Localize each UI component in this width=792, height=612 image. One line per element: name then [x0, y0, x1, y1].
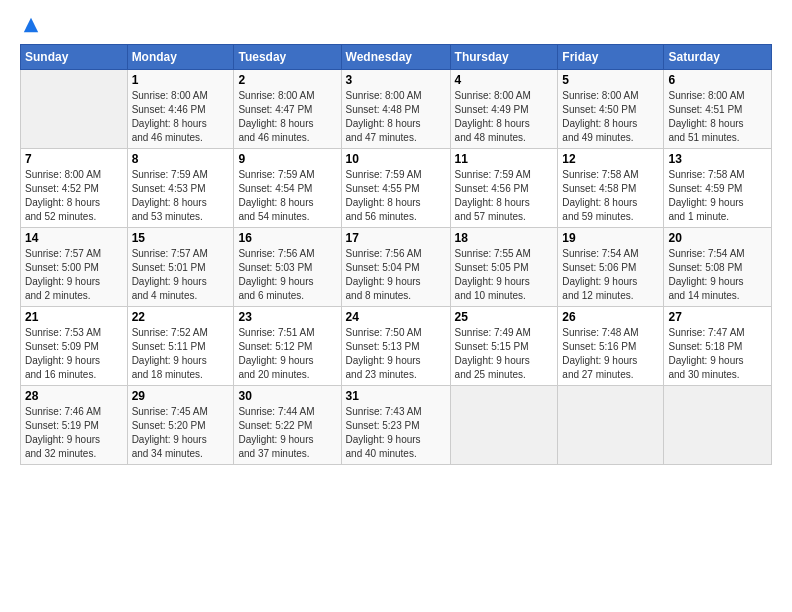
- calendar-cell: 22Sunrise: 7:52 AMSunset: 5:11 PMDayligh…: [127, 307, 234, 386]
- day-number: 13: [668, 152, 767, 166]
- day-number: 5: [562, 73, 659, 87]
- calendar-cell: 26Sunrise: 7:48 AMSunset: 5:16 PMDayligh…: [558, 307, 664, 386]
- day-number: 11: [455, 152, 554, 166]
- calendar-cell: 15Sunrise: 7:57 AMSunset: 5:01 PMDayligh…: [127, 228, 234, 307]
- day-number: 12: [562, 152, 659, 166]
- week-row-4: 21Sunrise: 7:53 AMSunset: 5:09 PMDayligh…: [21, 307, 772, 386]
- calendar-cell: 20Sunrise: 7:54 AMSunset: 5:08 PMDayligh…: [664, 228, 772, 307]
- day-number: 29: [132, 389, 230, 403]
- calendar-cell: 13Sunrise: 7:58 AMSunset: 4:59 PMDayligh…: [664, 149, 772, 228]
- day-number: 28: [25, 389, 123, 403]
- day-info: Sunrise: 7:54 AMSunset: 5:08 PMDaylight:…: [668, 247, 767, 303]
- day-info: Sunrise: 8:00 AMSunset: 4:48 PMDaylight:…: [346, 89, 446, 145]
- day-number: 1: [132, 73, 230, 87]
- day-info: Sunrise: 7:59 AMSunset: 4:55 PMDaylight:…: [346, 168, 446, 224]
- calendar-cell: 25Sunrise: 7:49 AMSunset: 5:15 PMDayligh…: [450, 307, 558, 386]
- calendar-cell: 30Sunrise: 7:44 AMSunset: 5:22 PMDayligh…: [234, 386, 341, 465]
- day-number: 18: [455, 231, 554, 245]
- calendar-cell: [664, 386, 772, 465]
- calendar-cell: 10Sunrise: 7:59 AMSunset: 4:55 PMDayligh…: [341, 149, 450, 228]
- day-number: 24: [346, 310, 446, 324]
- day-info: Sunrise: 7:45 AMSunset: 5:20 PMDaylight:…: [132, 405, 230, 461]
- day-info: Sunrise: 7:52 AMSunset: 5:11 PMDaylight:…: [132, 326, 230, 382]
- day-info: Sunrise: 7:55 AMSunset: 5:05 PMDaylight:…: [455, 247, 554, 303]
- column-header-saturday: Saturday: [664, 45, 772, 70]
- day-info: Sunrise: 8:00 AMSunset: 4:52 PMDaylight:…: [25, 168, 123, 224]
- calendar-cell: 9Sunrise: 7:59 AMSunset: 4:54 PMDaylight…: [234, 149, 341, 228]
- calendar-cell: 1Sunrise: 8:00 AMSunset: 4:46 PMDaylight…: [127, 70, 234, 149]
- calendar-cell: 7Sunrise: 8:00 AMSunset: 4:52 PMDaylight…: [21, 149, 128, 228]
- day-number: 25: [455, 310, 554, 324]
- calendar-cell: 29Sunrise: 7:45 AMSunset: 5:20 PMDayligh…: [127, 386, 234, 465]
- day-info: Sunrise: 7:48 AMSunset: 5:16 PMDaylight:…: [562, 326, 659, 382]
- day-info: Sunrise: 7:44 AMSunset: 5:22 PMDaylight:…: [238, 405, 336, 461]
- week-row-5: 28Sunrise: 7:46 AMSunset: 5:19 PMDayligh…: [21, 386, 772, 465]
- day-number: 9: [238, 152, 336, 166]
- day-info: Sunrise: 8:00 AMSunset: 4:51 PMDaylight:…: [668, 89, 767, 145]
- day-number: 7: [25, 152, 123, 166]
- page: SundayMondayTuesdayWednesdayThursdayFrid…: [0, 0, 792, 612]
- calendar-cell: [21, 70, 128, 149]
- day-info: Sunrise: 7:57 AMSunset: 5:01 PMDaylight:…: [132, 247, 230, 303]
- calendar-cell: 8Sunrise: 7:59 AMSunset: 4:53 PMDaylight…: [127, 149, 234, 228]
- calendar-cell: [558, 386, 664, 465]
- day-info: Sunrise: 8:00 AMSunset: 4:47 PMDaylight:…: [238, 89, 336, 145]
- day-number: 19: [562, 231, 659, 245]
- day-number: 22: [132, 310, 230, 324]
- header-row: SundayMondayTuesdayWednesdayThursdayFrid…: [21, 45, 772, 70]
- day-info: Sunrise: 7:59 AMSunset: 4:53 PMDaylight:…: [132, 168, 230, 224]
- calendar-cell: 23Sunrise: 7:51 AMSunset: 5:12 PMDayligh…: [234, 307, 341, 386]
- day-info: Sunrise: 7:56 AMSunset: 5:04 PMDaylight:…: [346, 247, 446, 303]
- calendar-cell: 18Sunrise: 7:55 AMSunset: 5:05 PMDayligh…: [450, 228, 558, 307]
- calendar-cell: 28Sunrise: 7:46 AMSunset: 5:19 PMDayligh…: [21, 386, 128, 465]
- day-info: Sunrise: 7:51 AMSunset: 5:12 PMDaylight:…: [238, 326, 336, 382]
- calendar-cell: 31Sunrise: 7:43 AMSunset: 5:23 PMDayligh…: [341, 386, 450, 465]
- day-number: 10: [346, 152, 446, 166]
- calendar-cell: 17Sunrise: 7:56 AMSunset: 5:04 PMDayligh…: [341, 228, 450, 307]
- column-header-thursday: Thursday: [450, 45, 558, 70]
- day-info: Sunrise: 7:47 AMSunset: 5:18 PMDaylight:…: [668, 326, 767, 382]
- column-header-wednesday: Wednesday: [341, 45, 450, 70]
- calendar-cell: [450, 386, 558, 465]
- day-info: Sunrise: 7:53 AMSunset: 5:09 PMDaylight:…: [25, 326, 123, 382]
- day-number: 20: [668, 231, 767, 245]
- day-info: Sunrise: 7:49 AMSunset: 5:15 PMDaylight:…: [455, 326, 554, 382]
- calendar-header: SundayMondayTuesdayWednesdayThursdayFrid…: [21, 45, 772, 70]
- day-info: Sunrise: 7:57 AMSunset: 5:00 PMDaylight:…: [25, 247, 123, 303]
- calendar-cell: 11Sunrise: 7:59 AMSunset: 4:56 PMDayligh…: [450, 149, 558, 228]
- calendar-cell: 27Sunrise: 7:47 AMSunset: 5:18 PMDayligh…: [664, 307, 772, 386]
- calendar-table: SundayMondayTuesdayWednesdayThursdayFrid…: [20, 44, 772, 465]
- calendar-cell: 2Sunrise: 8:00 AMSunset: 4:47 PMDaylight…: [234, 70, 341, 149]
- header: [20, 16, 772, 34]
- day-info: Sunrise: 8:00 AMSunset: 4:49 PMDaylight:…: [455, 89, 554, 145]
- day-number: 16: [238, 231, 336, 245]
- day-number: 31: [346, 389, 446, 403]
- logo: [20, 16, 40, 34]
- calendar-cell: 12Sunrise: 7:58 AMSunset: 4:58 PMDayligh…: [558, 149, 664, 228]
- day-number: 3: [346, 73, 446, 87]
- calendar-body: 1Sunrise: 8:00 AMSunset: 4:46 PMDaylight…: [21, 70, 772, 465]
- calendar-cell: 6Sunrise: 8:00 AMSunset: 4:51 PMDaylight…: [664, 70, 772, 149]
- svg-marker-0: [24, 18, 38, 32]
- day-number: 26: [562, 310, 659, 324]
- calendar-cell: 16Sunrise: 7:56 AMSunset: 5:03 PMDayligh…: [234, 228, 341, 307]
- day-number: 2: [238, 73, 336, 87]
- day-number: 17: [346, 231, 446, 245]
- day-number: 6: [668, 73, 767, 87]
- week-row-3: 14Sunrise: 7:57 AMSunset: 5:00 PMDayligh…: [21, 228, 772, 307]
- day-number: 14: [25, 231, 123, 245]
- day-info: Sunrise: 8:00 AMSunset: 4:50 PMDaylight:…: [562, 89, 659, 145]
- day-info: Sunrise: 7:56 AMSunset: 5:03 PMDaylight:…: [238, 247, 336, 303]
- day-number: 21: [25, 310, 123, 324]
- column-header-monday: Monday: [127, 45, 234, 70]
- day-number: 4: [455, 73, 554, 87]
- calendar-cell: 19Sunrise: 7:54 AMSunset: 5:06 PMDayligh…: [558, 228, 664, 307]
- day-info: Sunrise: 7:59 AMSunset: 4:56 PMDaylight:…: [455, 168, 554, 224]
- calendar-cell: 3Sunrise: 8:00 AMSunset: 4:48 PMDaylight…: [341, 70, 450, 149]
- week-row-2: 7Sunrise: 8:00 AMSunset: 4:52 PMDaylight…: [21, 149, 772, 228]
- day-info: Sunrise: 7:46 AMSunset: 5:19 PMDaylight:…: [25, 405, 123, 461]
- calendar-cell: 21Sunrise: 7:53 AMSunset: 5:09 PMDayligh…: [21, 307, 128, 386]
- day-info: Sunrise: 8:00 AMSunset: 4:46 PMDaylight:…: [132, 89, 230, 145]
- calendar-cell: 5Sunrise: 8:00 AMSunset: 4:50 PMDaylight…: [558, 70, 664, 149]
- column-header-sunday: Sunday: [21, 45, 128, 70]
